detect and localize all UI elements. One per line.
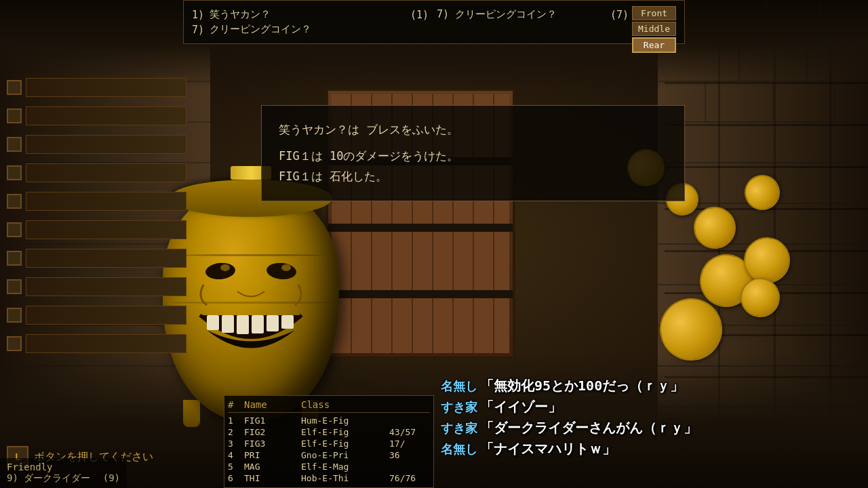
char-slot-6 xyxy=(7,217,186,243)
row5-name: MAG xyxy=(244,462,298,472)
char-bar-6 xyxy=(26,220,186,239)
svg-point-30 xyxy=(266,262,297,281)
char-checkbox-4[interactable] xyxy=(7,165,22,180)
row6-name: THI xyxy=(244,473,298,483)
dialog-line2: FIG１は 10のダメージをうけた。 xyxy=(279,146,667,167)
row6-num: 6 xyxy=(228,473,241,483)
chat-user-3: すき家 xyxy=(441,420,477,436)
char-bar-5 xyxy=(26,192,186,211)
char-checkbox-5[interactable] xyxy=(7,194,22,209)
dialog-line3: FIG１は 石化した。 xyxy=(279,166,667,187)
char-bar-4 xyxy=(26,163,186,182)
friendly-entry: 9) ダークライダー (9) xyxy=(7,472,120,485)
char-bar-7 xyxy=(26,249,186,268)
kettle-face-svg xyxy=(170,217,332,380)
friendly-box: Friendly 9) ダークライダー (9) xyxy=(0,458,127,488)
table-header: # Name Class xyxy=(228,399,430,413)
col-name: Name xyxy=(244,399,298,410)
char-checkbox-3[interactable] xyxy=(7,137,22,152)
char-checkbox-10[interactable] xyxy=(7,336,22,351)
battle-menu: 1) 笑うヤカン？ 7) クリーピングコイン？ (1) 7) クリーピングコイン… xyxy=(183,0,685,44)
row5-num: 5 xyxy=(228,462,241,472)
row1-hp xyxy=(389,415,430,426)
char-slot-4 xyxy=(7,160,186,186)
row2-num: 2 xyxy=(228,427,241,437)
char-checkbox-1[interactable] xyxy=(7,80,22,95)
char-checkbox-8[interactable] xyxy=(7,279,22,294)
formation-middle-btn[interactable]: Middle xyxy=(632,22,676,36)
dialog-line1: 笑うヤカン？は ブレスをふいた。 xyxy=(279,119,667,140)
char-row-5: 5 MAG Elf-E-Mag xyxy=(228,461,430,472)
enemy3-full: 7) クリーピングコイン？ xyxy=(437,8,557,21)
row1-class: Hum-E-Fig xyxy=(301,415,387,426)
svg-rect-37 xyxy=(267,315,279,331)
game-background: 1) 笑うヤカン？ 7) クリーピングコイン？ (1) 7) クリーピングコイン… xyxy=(0,0,868,488)
row4-class: Gno-E-Pri xyxy=(301,450,387,460)
char-bar-1 xyxy=(26,78,186,97)
char-slot-3 xyxy=(7,131,186,157)
char-checkbox-7[interactable] xyxy=(7,251,22,266)
char-row-1: 1 FIG1 Hum-E-Fig xyxy=(228,415,430,426)
svg-rect-34 xyxy=(222,315,234,333)
chat-user-4: 名無し xyxy=(441,441,477,458)
row1-num: 1 xyxy=(228,415,241,426)
row2-name: FIG2 xyxy=(244,427,298,437)
chat-line-2: すき家 「イイゾー」 xyxy=(441,398,861,416)
char-checkbox-2[interactable] xyxy=(7,108,22,123)
char-row-3: 3 FIG3 Elf-E-Fig 17/ xyxy=(228,438,430,449)
formation-rear-btn[interactable]: Rear xyxy=(632,37,676,53)
char-checkbox-9[interactable] xyxy=(7,308,22,323)
svg-rect-33 xyxy=(207,315,219,330)
col-num: # xyxy=(228,399,241,410)
chat-line-3: すき家 「ダークライダーさんがん（ｒｙ」 xyxy=(441,419,861,437)
row5-hp xyxy=(389,462,430,472)
chat-msg-2: 「イイゾー」 xyxy=(480,398,561,416)
char-slot-7 xyxy=(7,245,186,271)
character-panel xyxy=(0,68,193,363)
char-bar-2 xyxy=(26,106,186,125)
char-checkbox-6[interactable] xyxy=(7,222,22,237)
dialog-box: 笑うヤカン？は ブレスをふいた。 FIG１は 10のダメージをうけた。 FIG１… xyxy=(261,105,685,201)
char-slot-8 xyxy=(7,274,186,300)
enemy2-num: 7) xyxy=(192,24,204,36)
row5-class: Elf-E-Mag xyxy=(301,462,387,472)
row4-name: PRI xyxy=(244,450,298,460)
col-hp xyxy=(389,399,430,410)
friendly-label: Friendly xyxy=(7,462,120,472)
char-bar-8 xyxy=(26,277,186,296)
character-table: # Name Class 1 FIG1 Hum-E-Fig 2 FIG2 Elf… xyxy=(224,395,434,488)
chat-msg-4: 「ナイスマハリトｗ」 xyxy=(480,440,616,458)
char-row-4: 4 PRI Gno-E-Pri 36 xyxy=(228,449,430,461)
char-slot-5 xyxy=(7,188,186,214)
chat-overlay: 名無し 「無効化95とか100だっ（ｒｙ」 すき家 「イイゾー」 すき家 「ダー… xyxy=(441,377,861,461)
row2-class: Elf-E-Fig xyxy=(301,427,387,437)
char-slot-1 xyxy=(7,75,186,100)
row6-class: Hob-E-Thi xyxy=(301,473,387,483)
row4-num: 4 xyxy=(228,450,241,460)
row2-hp: 43/57 xyxy=(389,427,430,437)
col-class: Class xyxy=(301,399,387,410)
svg-point-32 xyxy=(281,264,291,271)
enemy2-name: クリーピングコイン？ xyxy=(210,23,410,36)
row3-name: FIG3 xyxy=(244,439,298,449)
row3-hp: 17/ xyxy=(389,439,430,449)
row1-name: FIG1 xyxy=(244,415,298,426)
svg-point-31 xyxy=(220,264,230,271)
row4-hp: 36 xyxy=(389,450,430,460)
char-bar-9 xyxy=(26,306,186,325)
enemy1-num: 1) xyxy=(192,9,204,21)
enemy1-name: 笑うヤカン？ xyxy=(210,8,410,21)
enemy3-parens: (1) xyxy=(410,9,429,21)
svg-rect-35 xyxy=(237,315,249,334)
char-slot-2 xyxy=(7,103,186,129)
char-slot-10 xyxy=(7,331,186,357)
enemy3-count: (7) xyxy=(610,9,629,21)
formation-front-btn[interactable]: Front xyxy=(632,6,676,20)
chat-line-4: 名無し 「ナイスマハリトｗ」 xyxy=(441,440,861,458)
chat-user-2: すき家 xyxy=(441,399,477,415)
svg-rect-36 xyxy=(252,315,264,333)
svg-point-29 xyxy=(205,262,236,281)
char-bar-10 xyxy=(26,334,186,353)
chat-msg-3: 「ダークライダーさんがん（ｒｙ」 xyxy=(480,419,697,437)
char-slot-9 xyxy=(7,302,186,328)
